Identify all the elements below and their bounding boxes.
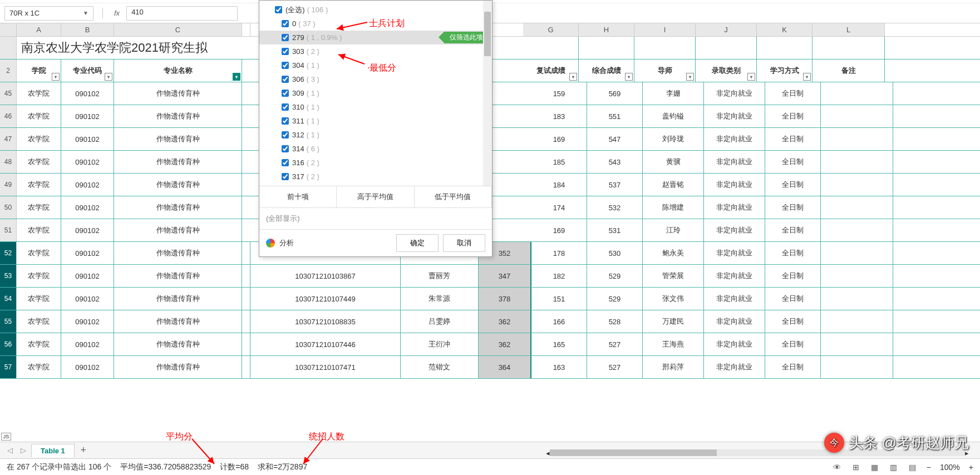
col-header-j[interactable]: J [696, 23, 757, 36]
cell[interactable]: 全日制 [765, 174, 821, 196]
cell[interactable]: 151 [531, 288, 587, 310]
checkbox[interactable] [282, 117, 289, 125]
cell[interactable]: 364 [479, 356, 531, 378]
row-header[interactable]: 46 [0, 105, 17, 127]
cell[interactable]: 农学院 [17, 105, 61, 127]
cell[interactable]: 178 [531, 242, 587, 264]
filter-icon[interactable]: ▾ [105, 73, 112, 81]
filter-top10-button[interactable]: 前十项 [259, 186, 337, 207]
cell[interactable]: 农学院 [17, 82, 61, 105]
checkbox[interactable] [282, 34, 289, 41]
cell[interactable]: 非定向就业 [704, 219, 765, 241]
filter-above-avg-button[interactable]: 高于平均值 [337, 186, 414, 207]
checkbox[interactable] [282, 145, 289, 152]
cell[interactable]: 543 [587, 151, 643, 173]
cell[interactable] [821, 310, 893, 333]
cell[interactable]: 作物遗传育种 [114, 174, 242, 196]
cell[interactable]: 全日制 [765, 333, 821, 355]
cell[interactable]: 非定向就业 [704, 174, 765, 196]
cell[interactable]: 朱常源 [401, 288, 479, 310]
row-header[interactable]: 48 [0, 151, 17, 173]
cell[interactable]: 邢莉萍 [643, 356, 704, 378]
filter-item[interactable]: 303( 2 ) [259, 44, 492, 58]
filter-icon[interactable]: ▾ [233, 73, 240, 81]
row-header[interactable]: 45 [0, 82, 17, 105]
filter-item[interactable]: 316( 2 ) [259, 156, 492, 170]
cell[interactable]: 166 [531, 310, 587, 333]
cell[interactable]: 黄骥 [643, 151, 704, 173]
cell[interactable]: 090102 [61, 288, 114, 310]
cell[interactable]: 532 [587, 196, 643, 219]
cell[interactable]: 090102 [61, 333, 114, 355]
cell[interactable]: 非定向就业 [704, 82, 765, 105]
cell[interactable]: 362 [479, 333, 531, 355]
cell[interactable]: 347 [479, 265, 531, 287]
eye-icon[interactable]: 👁 [832, 462, 842, 472]
row-header[interactable]: 51 [0, 219, 17, 241]
cell[interactable] [821, 82, 893, 105]
col-header-g[interactable]: G [523, 23, 579, 36]
cell[interactable]: 作物遗传育种 [114, 333, 242, 355]
cell[interactable]: 551 [587, 105, 643, 127]
checkbox[interactable] [282, 173, 289, 180]
cell[interactable]: 090102 [61, 219, 114, 241]
cell[interactable]: 农学院 [17, 356, 61, 378]
view-normal-icon[interactable]: ▦ [870, 462, 880, 472]
cell[interactable]: 非定向就业 [704, 310, 765, 333]
cell[interactable]: 作物遗传育种 [114, 356, 242, 378]
cell[interactable]: 090102 [61, 242, 114, 264]
cell[interactable]: 作物遗传育种 [114, 128, 242, 150]
cell[interactable]: 全日制 [765, 196, 821, 219]
view-break-icon[interactable]: ▤ [908, 462, 918, 472]
cell[interactable]: 农学院 [17, 310, 61, 333]
cell[interactable]: 182 [531, 265, 587, 287]
cell[interactable]: 全日制 [765, 105, 821, 127]
cell[interactable]: 管荣展 [643, 265, 704, 287]
cell[interactable]: 529 [587, 265, 643, 287]
cell[interactable]: 537 [587, 174, 643, 196]
cell[interactable]: 090102 [61, 196, 114, 219]
checkbox[interactable] [282, 48, 289, 55]
row-header[interactable]: 57 [0, 356, 17, 378]
cell[interactable]: 全日制 [765, 82, 821, 105]
cell[interactable]: 张文伟 [643, 288, 704, 310]
cell[interactable] [821, 151, 893, 173]
cell[interactable]: 农学院 [17, 174, 61, 196]
cell[interactable] [821, 265, 893, 287]
cell[interactable]: 103071210107446 [250, 333, 401, 355]
filter-icon[interactable]: ▾ [686, 73, 694, 81]
cancel-button[interactable]: 取消 [443, 234, 485, 252]
add-sheet-button[interactable]: + [77, 444, 90, 457]
cell[interactable]: 185 [531, 151, 587, 173]
cell[interactable]: 农学院 [17, 128, 61, 150]
cell[interactable]: 103071210107449 [250, 288, 401, 310]
view-page-icon[interactable]: ▥ [889, 462, 899, 472]
cell[interactable]: 183 [531, 105, 587, 127]
zoom-level[interactable]: 100% [940, 463, 960, 472]
zoom-out-icon[interactable]: − [927, 463, 931, 472]
checkbox[interactable] [282, 159, 289, 166]
cell[interactable]: 王衍冲 [401, 333, 479, 355]
cell[interactable]: 090102 [61, 310, 114, 333]
cell[interactable]: 569 [587, 82, 643, 105]
cell[interactable] [821, 356, 893, 378]
row-header[interactable]: 47 [0, 128, 17, 150]
cell[interactable]: 农学院 [17, 333, 61, 355]
cell[interactable]: 农学院 [17, 242, 61, 264]
sheet-next-icon[interactable]: ▷ [18, 445, 29, 456]
cell[interactable]: 362 [479, 310, 531, 333]
cell[interactable]: 全日制 [765, 151, 821, 173]
col-header-k[interactable]: K [757, 23, 812, 36]
col-header-i[interactable]: I [634, 23, 696, 36]
cell[interactable]: 王海燕 [643, 333, 704, 355]
filter-item[interactable]: 279( 1 , 0.9% )仅筛选此项 [259, 31, 492, 44]
cell[interactable]: 作物遗传育种 [114, 288, 242, 310]
row-header[interactable]: 56 [0, 333, 17, 355]
cell[interactable]: 531 [587, 219, 643, 241]
filter-icon[interactable]: ▾ [803, 73, 811, 81]
cell[interactable]: 吕雯婷 [401, 310, 479, 333]
cell[interactable]: 090102 [61, 105, 114, 127]
col-header-c[interactable]: C [114, 23, 242, 36]
cell[interactable]: 103071210103867 [250, 265, 401, 287]
filter-item[interactable]: 310( 1 ) [259, 100, 492, 114]
